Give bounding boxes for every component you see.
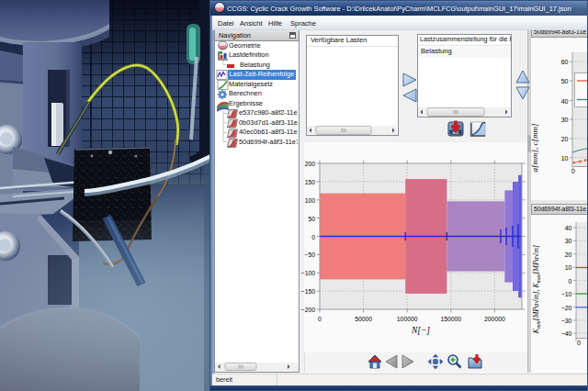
svg-text:−100: −100 bbox=[301, 270, 316, 276]
svg-text:20: 20 bbox=[565, 251, 572, 258]
svg-text:50: 50 bbox=[308, 216, 315, 222]
svg-text:0: 0 bbox=[571, 168, 575, 174]
svg-text:−200: −200 bbox=[301, 307, 316, 313]
svg-text:10: 10 bbox=[565, 264, 572, 271]
svg-text:200: 200 bbox=[305, 161, 316, 167]
svg-text:N[−]: N[−] bbox=[411, 326, 430, 335]
svg-text:a[mm], c[mm]: a[mm], c[mm] bbox=[531, 123, 539, 173]
svg-text:−50: −50 bbox=[304, 251, 315, 258]
svg-text:Kmin[MPa√m], Kmax[MPa√m]: Kmin[MPa√m], Kmax[MPa√m] bbox=[532, 245, 541, 334]
svg-text:40: 40 bbox=[561, 98, 569, 105]
svg-text:−40: −40 bbox=[561, 330, 572, 337]
svg-text:10: 10 bbox=[561, 155, 569, 162]
svg-text:0: 0 bbox=[318, 316, 322, 322]
svg-text:30: 30 bbox=[565, 238, 572, 244]
svg-text:50: 50 bbox=[561, 78, 569, 84]
svg-text:30: 30 bbox=[561, 117, 569, 123]
svg-text:100000: 100000 bbox=[397, 316, 418, 322]
svg-text:−30: −30 bbox=[561, 318, 572, 324]
svg-text:150: 150 bbox=[305, 179, 316, 185]
svg-text:60: 60 bbox=[561, 59, 569, 65]
svg-text:100: 100 bbox=[305, 197, 316, 204]
svg-text:200000: 200000 bbox=[484, 316, 505, 322]
svg-text:20: 20 bbox=[561, 136, 569, 142]
svg-text:−10: −10 bbox=[561, 291, 572, 297]
svg-text:150000: 150000 bbox=[440, 316, 461, 322]
svg-text:0: 0 bbox=[569, 278, 572, 285]
svg-text:0: 0 bbox=[311, 234, 315, 240]
svg-text:40: 40 bbox=[565, 225, 572, 231]
svg-text:−150: −150 bbox=[301, 288, 316, 295]
svg-text:50000: 50000 bbox=[355, 316, 372, 322]
svg-text:0: 0 bbox=[577, 340, 581, 346]
svg-text:−20: −20 bbox=[561, 305, 572, 311]
